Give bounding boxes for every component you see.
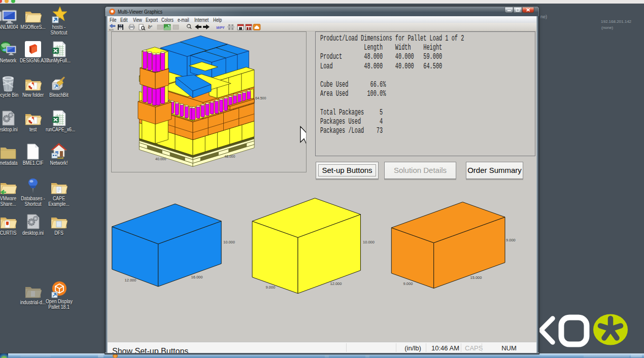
svg-text:c: c: [151, 24, 152, 27]
svg-text:48.000: 48.000: [224, 155, 235, 158]
svg-text:9.000: 9.000: [403, 281, 413, 286]
svg-text:9.000: 9.000: [506, 238, 516, 242]
svg-text:12.000: 12.000: [125, 278, 137, 282]
svg-text:12.000: 12.000: [330, 281, 342, 286]
svg-text:10.000: 10.000: [363, 240, 375, 244]
svg-text:40.000: 40.000: [155, 157, 166, 161]
svg-text:WPf: WPf: [216, 25, 225, 30]
svg-text:10.000: 10.000: [223, 240, 235, 244]
svg-text:16.000: 16.000: [191, 275, 203, 279]
svg-text:15.000: 15.000: [470, 275, 482, 280]
svg-text:9.000: 9.000: [266, 285, 276, 290]
svg-text:64.500: 64.500: [255, 96, 266, 100]
svg-text:back: back: [109, 28, 114, 31]
